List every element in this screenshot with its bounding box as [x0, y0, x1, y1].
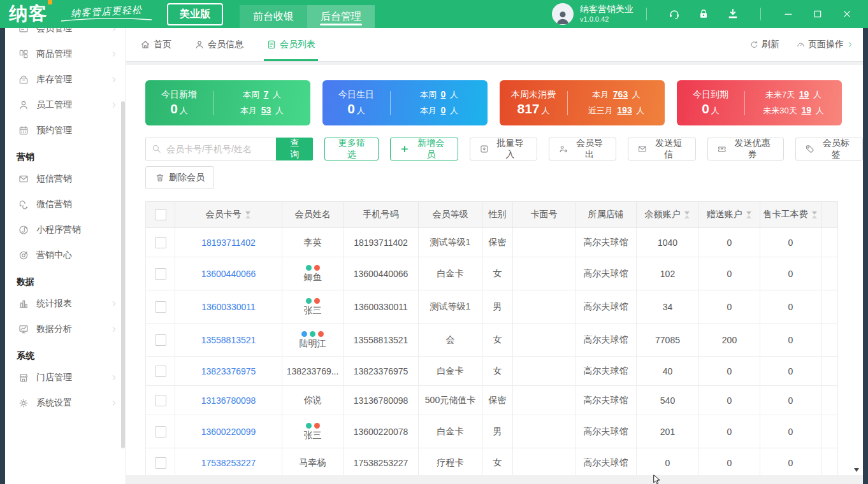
search-button[interactable]: 查询	[276, 138, 313, 160]
stat-card-row[interactable]: 本月 763 人	[592, 89, 640, 101]
sidebar-item-小程序营销[interactable]: 小程序营销	[5, 217, 126, 243]
发送优惠券-button[interactable]: 发送优惠券	[707, 138, 784, 160]
scroll-down-button[interactable]	[851, 466, 861, 474]
col-header-label: 会员卡号	[206, 209, 242, 220]
会员标签-button[interactable]: 会员标签	[795, 138, 863, 160]
row-checkbox[interactable]	[155, 301, 166, 313]
support-icon[interactable]	[668, 8, 681, 20]
col-header-手机号码: 手机号码	[344, 202, 419, 228]
sidebar-item-商品管理[interactable]: 商品管理	[5, 41, 126, 67]
member-list-content: 今日新增0人本周 7 人本月 53 人今日生日0人本周 0 人本月 0 人本周未…	[126, 65, 863, 484]
chevron-right-icon	[110, 300, 118, 308]
sidebar-item-门店管理[interactable]: 门店管理	[5, 365, 126, 390]
chevron-right-icon	[110, 50, 118, 58]
header-nav-tabs: 前台收银后台管理	[240, 5, 375, 28]
left-frame-strip	[0, 28, 5, 484]
sort-icon[interactable]	[245, 210, 252, 220]
stat-card-row[interactable]: 未来7天 19 人	[765, 89, 821, 101]
cell-gift: 0	[699, 415, 760, 448]
sort-icon[interactable]	[746, 210, 753, 220]
cell-card-number[interactable]: 13600330011	[175, 290, 282, 324]
cell-member-name: 李英	[282, 228, 344, 257]
search-input[interactable]	[145, 138, 276, 160]
member-name-text: 张三	[283, 305, 342, 316]
stat-card-row[interactable]: 本月 53 人	[240, 105, 284, 117]
cell-fee: 0	[760, 290, 821, 324]
col-header-checkbox[interactable]	[146, 202, 175, 228]
tab-会员信息[interactable]: 会员信息	[194, 28, 243, 61]
sidebar-item-数据分析[interactable]: 数据分析	[5, 317, 126, 342]
sidebar-scrollbar[interactable]	[121, 101, 125, 448]
sidebar-item-短信营销[interactable]: 短信营销	[5, 166, 126, 192]
cell-card-number[interactable]: 18193711402	[175, 228, 282, 257]
cell-phone: 13600330011	[344, 290, 419, 324]
maximize-button[interactable]	[813, 9, 823, 19]
cell-extra	[821, 257, 838, 290]
cell-card-number[interactable]: 13600440066	[175, 257, 282, 290]
cell-fee: 0	[760, 415, 821, 448]
cell-extra	[821, 386, 838, 415]
sidebar-item-微信营销[interactable]: 微信营销	[5, 192, 126, 217]
lock-icon[interactable]	[697, 8, 710, 20]
cell-card-number[interactable]: 13600220099	[175, 415, 282, 448]
header-tab-前台收银[interactable]: 前台收银	[240, 5, 307, 28]
close-button[interactable]	[842, 9, 852, 19]
发送短信-button[interactable]: 发送短信	[628, 138, 695, 160]
page-ops-button[interactable]: 页面操作	[796, 39, 854, 50]
stat-card-row[interactable]: 本周 0 人	[420, 89, 458, 101]
button-label: 发送优惠券	[730, 138, 774, 160]
tab-首页[interactable]: 首页	[140, 28, 171, 61]
cell-fee: 0	[760, 257, 821, 290]
stat-card-row[interactable]: 本周 7 人	[243, 89, 281, 101]
edition-button[interactable]: 美业版	[167, 3, 223, 25]
sidebar-item-员工管理[interactable]: 员工管理	[5, 92, 126, 118]
row-checkbox[interactable]	[155, 426, 166, 438]
user-export-icon	[558, 144, 568, 154]
row-checkbox[interactable]	[155, 395, 166, 406]
stat-card-row[interactable]: 本月 0 人	[420, 105, 458, 117]
stat-card-row[interactable]: 未来30天 19 人	[763, 105, 823, 117]
col-header-会员姓名: 会员姓名	[282, 202, 344, 228]
row-checkbox[interactable]	[155, 237, 166, 248]
sidebar-item-label: 统计报表	[36, 298, 72, 310]
member-tag-dots	[283, 331, 342, 337]
col-header-extra	[821, 202, 838, 228]
divider	[760, 8, 761, 20]
download-icon[interactable]	[727, 8, 739, 20]
stat-card-row[interactable]: 近三月 193 人	[588, 105, 645, 117]
delete-member-button[interactable]: 删除会员	[145, 166, 214, 189]
minimize-button[interactable]	[783, 9, 793, 19]
cell-card_face	[513, 386, 575, 415]
cell-gender: 女	[482, 357, 513, 386]
sidebar-item-预约管理[interactable]: 预约管理	[5, 118, 126, 143]
sort-icon[interactable]	[811, 210, 818, 220]
会员导出-button[interactable]: 会员导出	[549, 138, 616, 160]
sidebar-item-会员管理[interactable]: 会员管理	[5, 28, 126, 41]
search-icon	[151, 143, 162, 154]
新增会员-button[interactable]: 新增会员	[390, 138, 458, 160]
批量导入-button[interactable]: 批量导入	[470, 138, 537, 160]
tab-会员列表[interactable]: 会员列表	[266, 28, 315, 61]
cell-card-number[interactable]: 13558813521	[175, 324, 282, 357]
更多筛选-button[interactable]: 更多筛选	[324, 138, 379, 160]
row-checkbox[interactable]	[155, 457, 166, 469]
row-checkbox[interactable]	[155, 334, 166, 346]
cell-card-number[interactable]: 17538253227	[175, 448, 282, 478]
header-tab-后台管理[interactable]: 后台管理	[307, 5, 375, 28]
sidebar-item-统计报表[interactable]: 统计报表	[5, 291, 126, 317]
stat-card-value: 0人	[145, 100, 213, 117]
avatar[interactable]	[552, 3, 574, 25]
sidebar-item-库存管理[interactable]: 库存管理	[5, 67, 126, 92]
sidebar-item-营销中心[interactable]: 营销中心	[5, 243, 126, 268]
mail-icon	[637, 144, 647, 154]
cell-card-number[interactable]: 13136780098	[175, 386, 282, 415]
sidebar-item-系统设置[interactable]: 系统设置	[5, 390, 126, 416]
row-checkbox[interactable]	[155, 366, 166, 377]
row-checkbox[interactable]	[155, 268, 166, 280]
sort-icon[interactable]	[684, 210, 691, 220]
cell-card-number[interactable]: 13823376975	[175, 357, 282, 386]
refresh-button[interactable]: 刷新	[749, 39, 779, 50]
select-all-checkbox[interactable]	[155, 209, 166, 220]
horizontal-scrollbar[interactable]	[126, 475, 863, 484]
user-icon	[194, 39, 205, 50]
